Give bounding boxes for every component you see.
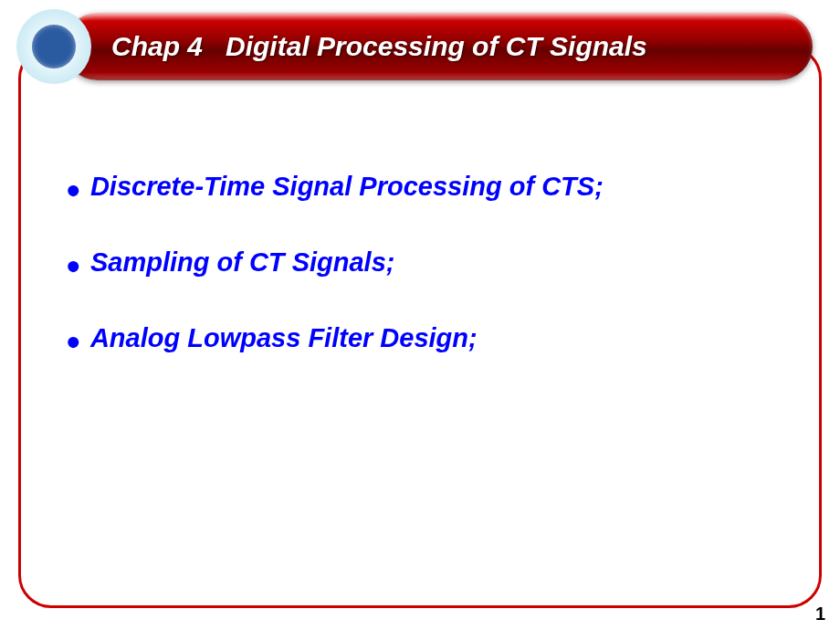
content-frame: [18, 46, 822, 608]
logo-seal: [32, 25, 76, 68]
chapter-title-text: Chap 4 Digital Processing of CT Signals: [111, 31, 647, 62]
page-number: 1: [815, 604, 825, 625]
university-logo: [16, 9, 91, 84]
chapter-title-bar: Chap 4 Digital Processing of CT Signals: [64, 13, 813, 80]
